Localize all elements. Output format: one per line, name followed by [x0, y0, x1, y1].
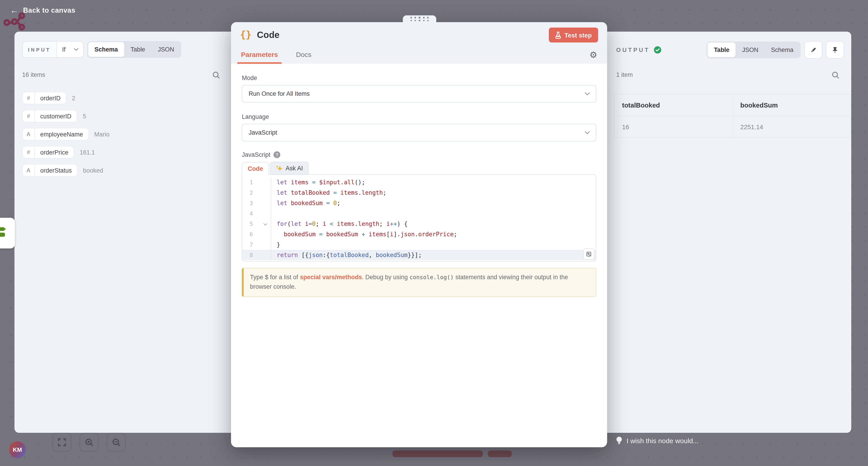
zoom-out-button: [107, 433, 126, 452]
string-type-icon: A: [23, 164, 35, 176]
expand-editor-button[interactable]: [583, 248, 594, 260]
field-name: employeeName: [35, 128, 88, 140]
input-source-selector[interactable]: INPUT If: [22, 41, 84, 58]
modal-header: {} Code Test step Parameters Docs ⚙: [231, 22, 607, 64]
schema-field-pill: AemployeeName: [22, 128, 89, 140]
output-tab-schema[interactable]: Schema: [765, 42, 800, 57]
schema-field-pill: AorderStatus: [22, 164, 78, 177]
modal-drag-handle[interactable]: [403, 15, 436, 23]
zoom-out-icon: [112, 438, 121, 446]
field-name: customerID: [35, 110, 77, 122]
code-text: return [{json:{totalBooked, bookedSum}}]…: [271, 250, 596, 260]
drag-dots-icon: [410, 17, 429, 18]
code-line[interactable]: 2let totalBooked = items.length;: [242, 188, 596, 198]
test-step-button[interactable]: Test step: [549, 28, 598, 42]
chevron-down-icon: [585, 92, 590, 96]
if-node-card[interactable]: [0, 218, 15, 248]
gutter-fold-area: [264, 198, 271, 208]
schema-field-row[interactable]: #customerID5: [22, 110, 224, 123]
code-text: let items = $input.all();: [271, 177, 596, 188]
schema-field-row[interactable]: #orderID2: [22, 92, 224, 104]
input-search-button[interactable]: [213, 71, 220, 79]
code-editor[interactable]: 1let items = $input.all();2let totalBook…: [242, 174, 596, 262]
input-tab-json[interactable]: JSON: [151, 42, 180, 57]
back-to-canvas-button[interactable]: ← Back to canvas: [10, 6, 75, 14]
line-number: 2: [242, 188, 264, 198]
edit-output-button[interactable]: [804, 41, 822, 59]
editor-hint: Type $ for a list of special vars/method…: [242, 268, 596, 297]
line-number: 3: [242, 198, 264, 208]
output-tab-json[interactable]: JSON: [736, 42, 765, 57]
back-label: Back to canvas: [23, 6, 75, 14]
code-text: let bookedSum = 0;: [271, 198, 596, 208]
code-text: bookedSum = bookedSum + items[i].json.or…: [271, 229, 596, 239]
code-text: for(let i=0; i < items.length; i++) {: [271, 219, 596, 229]
code-lines: 1let items = $input.all();2let totalBook…: [242, 177, 596, 260]
string-type-icon: A: [23, 128, 35, 140]
language-label: Language: [242, 113, 596, 120]
number-type-icon: #: [23, 92, 35, 104]
node-feedback-button[interactable]: I wish this node would...: [616, 436, 699, 445]
mode-value: Run Once for All Items: [249, 90, 310, 97]
gutter-fold-area: [264, 250, 271, 260]
mode-label: Mode: [242, 74, 596, 81]
code-line[interactable]: 8return [{json:{totalBooked, bookedSum}}…: [242, 250, 596, 260]
input-tab-schema[interactable]: Schema: [88, 42, 124, 57]
gutter-fold-area: [264, 219, 271, 229]
output-tab-table[interactable]: Table: [708, 42, 736, 57]
hint-text: Type $ for a list of: [250, 274, 300, 280]
code-line[interactable]: 7}: [242, 239, 596, 250]
mode-select[interactable]: Run Once for All Items: [242, 85, 596, 103]
schema-field-pill: #customerID: [22, 110, 77, 123]
code-line[interactable]: 3let bookedSum = 0;: [242, 198, 596, 208]
pencil-icon: [810, 46, 817, 54]
fit-view-button: [53, 433, 71, 452]
editor-tabs: Code Ask AI: [242, 162, 596, 174]
sparkles-icon: [276, 165, 283, 172]
code-line[interactable]: 6 bookedSum = bookedSum + items[i].json.…: [242, 229, 596, 239]
tab-parameters[interactable]: Parameters: [240, 51, 279, 64]
input-tab-table[interactable]: Table: [124, 42, 152, 57]
dimmed-canvas-button: [488, 451, 512, 457]
field-value: 2: [72, 95, 75, 101]
gutter-fold-area: [264, 239, 271, 250]
test-step-label: Test step: [564, 31, 592, 39]
pin-data-button[interactable]: [826, 41, 844, 59]
editor-tab-ask-ai[interactable]: Ask AI: [270, 162, 309, 174]
output-items-count: 1 item: [616, 71, 633, 78]
input-panel-label: INPUT: [23, 41, 57, 57]
expand-icon: [586, 251, 592, 257]
app-root: ← Back to canvas KM I wish this node wou…: [0, 0, 868, 466]
output-table-row: 162251.14: [615, 116, 851, 138]
schema-field-row[interactable]: AorderStatusbooked: [22, 164, 224, 177]
avatar[interactable]: KM: [9, 441, 26, 458]
help-icon[interactable]: ?: [274, 151, 280, 158]
special-vars-link[interactable]: special vars/methods: [300, 274, 362, 280]
schema-field-pill: #orderPrice: [22, 146, 74, 159]
drag-dots-icon: [410, 20, 429, 21]
line-number: 6: [242, 229, 264, 239]
fold-chevron-icon[interactable]: [264, 222, 268, 226]
gutter-fold-area: [264, 188, 271, 198]
code-line[interactable]: 1let items = $input.all();: [242, 177, 596, 188]
zoom-in-icon: [85, 438, 93, 446]
gear-icon[interactable]: ⚙: [590, 51, 597, 59]
output-column-header: bookedSum: [733, 94, 851, 116]
output-search-button[interactable]: [832, 71, 839, 79]
code-line[interactable]: 5for(let i=0; i < items.length; i++) {: [242, 219, 596, 229]
zoom-in-button: [80, 433, 98, 452]
node-title[interactable]: Code: [257, 30, 280, 40]
schema-field-row[interactable]: AemployeeNameMario: [22, 128, 224, 140]
code-text: }: [271, 239, 596, 250]
code-line[interactable]: 4: [242, 208, 596, 219]
schema-field-row[interactable]: #orderPrice161.1: [22, 146, 224, 159]
line-number: 7: [242, 239, 264, 250]
flask-icon: [555, 31, 561, 39]
editor-tab-code[interactable]: Code: [242, 162, 269, 175]
language-value: JavaScript: [249, 129, 277, 136]
code-param-label: JavaScript: [242, 151, 270, 158]
chevron-down-icon: [74, 48, 79, 51]
tab-docs[interactable]: Docs: [295, 51, 312, 64]
chevron-down-icon: [585, 131, 590, 135]
language-select[interactable]: JavaScript: [242, 124, 596, 141]
